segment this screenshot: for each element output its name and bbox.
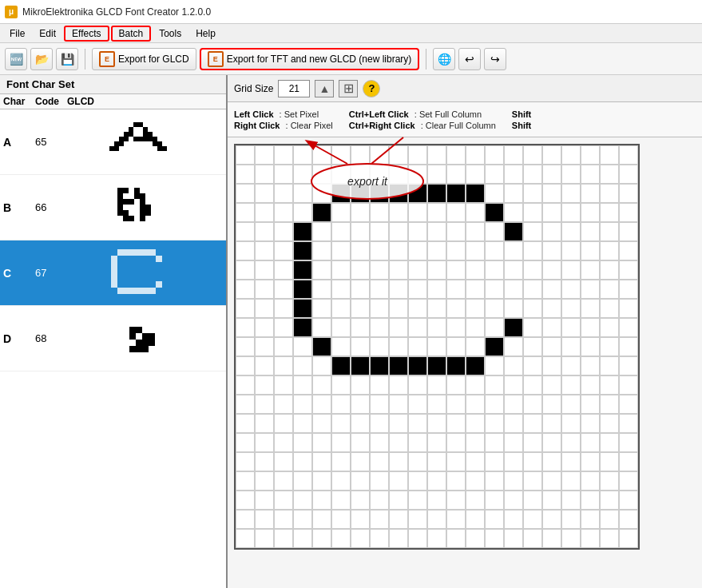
pixel-cell[interactable] <box>274 299 293 318</box>
pixel-cell[interactable] <box>331 452 351 471</box>
pixel-cell[interactable] <box>255 375 274 395</box>
pixel-cell[interactable] <box>427 471 446 491</box>
menu-file[interactable]: File <box>3 26 31 41</box>
pixel-cell[interactable] <box>274 452 293 471</box>
pixel-cell[interactable] <box>351 395 370 414</box>
pixel-cell[interactable] <box>466 433 485 452</box>
pixel-cell[interactable] <box>600 222 619 241</box>
pixel-cell[interactable] <box>542 299 561 318</box>
pixel-cell[interactable] <box>619 184 638 203</box>
pixel-cell[interactable] <box>561 145 581 165</box>
pixel-cell[interactable] <box>255 471 274 491</box>
pixel-cell[interactable] <box>293 510 312 529</box>
pixel-cell[interactable] <box>561 452 581 471</box>
pixel-cell[interactable] <box>485 260 504 280</box>
pixel-cell[interactable] <box>293 299 312 318</box>
pixel-cell[interactable] <box>331 491 351 510</box>
pixel-grid[interactable] <box>234 144 640 550</box>
pixel-cell[interactable] <box>274 318 293 337</box>
export-tft-button[interactable]: E Export for TFT and new GLCD (new libra… <box>200 48 420 70</box>
pixel-cell[interactable] <box>523 260 542 280</box>
pixel-cell[interactable] <box>466 529 485 548</box>
pixel-cell[interactable] <box>255 337 274 356</box>
pixel-cell[interactable] <box>331 260 351 280</box>
pixel-cell[interactable] <box>236 395 255 414</box>
pixel-cell[interactable] <box>561 414 581 433</box>
pixel-cell[interactable] <box>523 203 542 222</box>
pixel-cell[interactable] <box>427 529 446 548</box>
pixel-cell[interactable] <box>485 241 504 260</box>
pixel-cell[interactable] <box>370 433 389 452</box>
pixel-cell[interactable] <box>561 529 581 548</box>
pixel-cell[interactable] <box>312 452 331 471</box>
pixel-cell[interactable] <box>561 375 581 395</box>
pixel-cell[interactable] <box>293 165 312 184</box>
menu-effects[interactable]: Effects <box>64 26 109 42</box>
pixel-cell[interactable] <box>408 145 427 165</box>
pixel-cell[interactable] <box>466 356 485 375</box>
pixel-cell[interactable] <box>504 280 523 299</box>
pixel-cell[interactable] <box>427 318 446 337</box>
pixel-cell[interactable] <box>293 260 312 280</box>
pixel-cell[interactable] <box>370 280 389 299</box>
pixel-cell[interactable] <box>466 318 485 337</box>
pixel-cell[interactable] <box>427 356 446 375</box>
pixel-cell[interactable] <box>255 395 274 414</box>
pixel-cell[interactable] <box>293 414 312 433</box>
pixel-cell[interactable] <box>561 299 581 318</box>
pixel-cell[interactable] <box>408 491 427 510</box>
pixel-cell[interactable] <box>581 356 600 375</box>
pixel-cell[interactable] <box>370 510 389 529</box>
pixel-cell[interactable] <box>427 452 446 471</box>
pixel-cell[interactable] <box>600 165 619 184</box>
pixel-cell[interactable] <box>523 356 542 375</box>
pixel-cell[interactable] <box>370 529 389 548</box>
pixel-cell[interactable] <box>408 318 427 337</box>
pixel-cell[interactable] <box>236 299 255 318</box>
pixel-cell[interactable] <box>619 165 638 184</box>
pixel-cell[interactable] <box>331 337 351 356</box>
pixel-cell[interactable] <box>351 337 370 356</box>
pixel-cell[interactable] <box>408 299 427 318</box>
pixel-cell[interactable] <box>370 318 389 337</box>
pixel-cell[interactable] <box>619 318 638 337</box>
pixel-cell[interactable] <box>389 395 408 414</box>
pixel-cell[interactable] <box>504 241 523 260</box>
pixel-cell[interactable] <box>504 395 523 414</box>
pixel-cell[interactable] <box>255 203 274 222</box>
pixel-cell[interactable] <box>351 203 370 222</box>
pixel-cell[interactable] <box>446 280 466 299</box>
menu-batch[interactable]: Batch <box>111 26 152 42</box>
pixel-cell[interactable] <box>466 510 485 529</box>
pixel-cell[interactable] <box>581 165 600 184</box>
pixel-cell[interactable] <box>542 395 561 414</box>
pixel-cell[interactable] <box>293 395 312 414</box>
pixel-cell[interactable] <box>427 510 446 529</box>
pixel-cell[interactable] <box>600 414 619 433</box>
pixel-cell[interactable] <box>370 452 389 471</box>
pixel-cell[interactable] <box>600 318 619 337</box>
pixel-cell[interactable] <box>389 299 408 318</box>
pixel-cell[interactable] <box>236 203 255 222</box>
pixel-cell[interactable] <box>619 529 638 548</box>
pixel-cell[interactable] <box>427 491 446 510</box>
pixel-cell[interactable] <box>408 433 427 452</box>
pixel-cell[interactable] <box>274 260 293 280</box>
pixel-cell[interactable] <box>408 184 427 203</box>
pixel-cell[interactable] <box>427 222 446 241</box>
pixel-cell[interactable] <box>446 299 466 318</box>
pixel-cell[interactable] <box>331 299 351 318</box>
pixel-cell[interactable] <box>427 414 446 433</box>
pixel-cell[interactable] <box>351 165 370 184</box>
pixel-cell[interactable] <box>619 471 638 491</box>
pixel-cell[interactable] <box>408 203 427 222</box>
pixel-cell[interactable] <box>542 280 561 299</box>
pixel-cell[interactable] <box>504 414 523 433</box>
pixel-cell[interactable] <box>255 510 274 529</box>
pixel-cell[interactable] <box>312 375 331 395</box>
pixel-cell[interactable] <box>370 203 389 222</box>
pixel-cell[interactable] <box>274 510 293 529</box>
pixel-cell[interactable] <box>466 145 485 165</box>
pixel-cell[interactable] <box>504 375 523 395</box>
pixel-cell[interactable] <box>600 375 619 395</box>
